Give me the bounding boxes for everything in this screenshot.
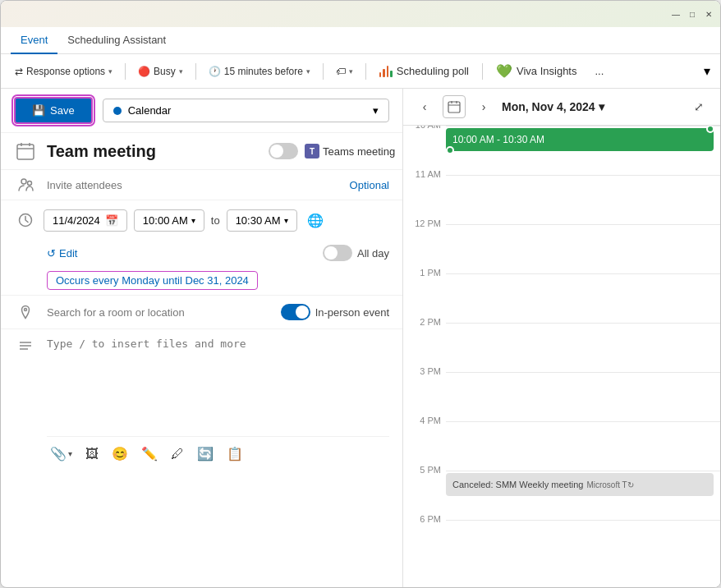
to-label: to (211, 214, 220, 227)
svg-point-7 (25, 309, 27, 311)
poll-icon (379, 66, 393, 77)
calendar-prev-button[interactable]: ‹ (413, 95, 436, 118)
more-options-button[interactable]: ... (588, 61, 610, 81)
time-label-11am: 11 AM (403, 169, 446, 179)
optional-link[interactable]: Optional (350, 179, 389, 191)
calendar-expand-button[interactable]: ⤢ (687, 95, 710, 118)
tag-button[interactable]: 🏷 ▾ (328, 61, 360, 82)
draw-button[interactable]: ✏️ (138, 443, 161, 464)
draw-icon: ✏️ (141, 446, 158, 462)
grid-11am (446, 175, 720, 224)
event-team-meeting[interactable]: 10:00 AM - 10:30 AM (446, 128, 714, 151)
event-bottom-handle[interactable] (446, 146, 454, 154)
image-button[interactable]: 🖼 (82, 444, 102, 464)
recurrence-icon: ↺ (47, 247, 56, 260)
allday-toggle[interactable] (323, 245, 352, 261)
clock-row-icon (14, 213, 37, 227)
allday-toggle-knob (324, 246, 338, 260)
cancelled-event-label: Canceled: SMM Weekly meeting (452, 480, 583, 489)
separator-5 (482, 63, 483, 80)
date-input[interactable]: 11/4/2024 📅 (44, 209, 127, 232)
time-slot-10am: 10 AM 10:00 AM - 10:30 AM (403, 126, 720, 175)
outlook-window: — □ ✕ Event Scheduling Assistant ⇄ Respo… (0, 0, 721, 588)
invite-attendees-input[interactable] (47, 179, 340, 191)
meeting-title-input[interactable] (47, 142, 259, 161)
timezone-button[interactable]: 🌐 (304, 209, 327, 232)
calendar-label: Calendar (128, 104, 172, 117)
event-top-handle[interactable] (706, 126, 714, 133)
close-button[interactable]: ✕ (704, 9, 714, 19)
viva-insights-label: Viva Insights (517, 65, 576, 77)
cancelled-event[interactable]: Canceled: SMM Weekly meeting Microsoft T… (446, 473, 714, 496)
separator-1 (125, 63, 126, 80)
time-slot-5pm: 5 PM Canceled: SMM Weekly meeting Micros… (403, 471, 720, 520)
attendees-row: Optional (1, 169, 402, 200)
calendar-selector[interactable]: Calendar ▾ (103, 99, 389, 122)
image-icon: 🖼 (85, 447, 99, 462)
save-row: 💾 Save Calendar ▾ (1, 89, 402, 133)
tab-scheduling-assistant[interactable]: Scheduling Assistant (57, 27, 176, 54)
date-value: 11/4/2024 (53, 214, 100, 227)
time-label-2pm: 2 PM (403, 317, 446, 327)
busy-button[interactable]: 🔴 Busy ▾ (131, 61, 191, 82)
time-slot-4pm: 4 PM (403, 421, 720, 471)
inperson-toggle[interactable] (281, 304, 310, 320)
grid-1pm (446, 273, 720, 323)
location-input[interactable] (47, 306, 271, 319)
calendar-dropdown-icon: ▾ (373, 104, 379, 117)
teams-toggle[interactable] (269, 143, 298, 159)
viva-insights-button[interactable]: 💚 Viva Insights (488, 59, 585, 83)
reminder-chevron: ▾ (306, 67, 310, 76)
time-slot-6pm: 6 PM (403, 520, 720, 569)
attach-icon: 📎 (50, 446, 67, 462)
allday-label: All day (357, 247, 389, 260)
maximize-button[interactable]: □ (687, 9, 697, 19)
body-input[interactable] (47, 338, 389, 436)
loop-button[interactable]: 🔄 (194, 443, 217, 464)
teams-toggle-knob (270, 145, 283, 158)
attach-button[interactable]: 📎 ▾ (47, 443, 76, 464)
datetime-row: 11/4/2024 📅 10:00 AM ▾ to 10:30 AM ▾ 🌐 (1, 200, 402, 240)
edit-recurrence-link[interactable]: ↺ Edit (47, 247, 77, 260)
busy-chevron: ▾ (179, 67, 183, 76)
pencil-button[interactable]: 🖊 (168, 444, 187, 464)
svg-point-4 (21, 179, 26, 184)
end-time-input[interactable]: 10:30 AM ▾ (227, 209, 297, 232)
tab-event[interactable]: Event (11, 27, 57, 54)
save-label: Save (50, 104, 75, 117)
tabs-row: Event Scheduling Assistant (1, 27, 720, 54)
time-slot-2pm: 2 PM (403, 323, 720, 372)
edit-allday-row: ↺ Edit All day (1, 240, 402, 266)
end-time-value: 10:30 AM (236, 214, 281, 227)
form-button[interactable]: 📋 (223, 443, 246, 464)
start-time-chevron: ▾ (191, 216, 195, 225)
emoji-button[interactable]: 😊 (108, 443, 131, 464)
location-icon (14, 305, 37, 319)
reminder-button[interactable]: 🕐 15 minutes before ▾ (201, 61, 318, 82)
tag-chevron: ▾ (349, 67, 353, 76)
event-time-label: 10:00 AM - 10:30 AM (452, 134, 544, 145)
calendar-icon (16, 141, 35, 161)
grid-6pm (446, 520, 720, 569)
calendar-date-label[interactable]: Mon, Nov 4, 2024 ▾ (502, 100, 604, 113)
start-time-input[interactable]: 10:00 AM ▾ (134, 209, 204, 232)
time-slot-3pm: 3 PM (403, 372, 720, 421)
content-area: 💾 Save Calendar ▾ (1, 89, 720, 587)
calendar-next-button[interactable]: › (472, 95, 495, 118)
calendar-header: ‹ › Mon, Nov 4, 2024 ▾ ⤢ (403, 89, 720, 126)
response-options-label: Response options (26, 66, 105, 77)
scheduling-poll-button[interactable]: Scheduling poll (371, 61, 477, 81)
emoji-icon: 😊 (112, 446, 128, 462)
time-label-3pm: 3 PM (403, 366, 446, 376)
save-button[interactable]: 💾 Save (14, 97, 93, 124)
time-label-10am: 10 AM (403, 126, 446, 130)
minimize-button[interactable]: — (671, 9, 681, 19)
body-toolbar: 📎 ▾ 🖼 😊 ✏️ 🖊 (47, 436, 389, 467)
calendar-today-button[interactable] (443, 95, 466, 118)
collapse-button[interactable]: ▾ (700, 60, 714, 83)
recurrence-badge[interactable]: Occurs every Monday until Dec 31, 2024 (47, 271, 258, 290)
scheduling-poll-label: Scheduling poll (397, 65, 469, 77)
response-options-button[interactable]: ⇄ Response options ▾ (7, 61, 120, 82)
grid-3pm (446, 372, 720, 421)
save-icon: 💾 (32, 104, 45, 117)
